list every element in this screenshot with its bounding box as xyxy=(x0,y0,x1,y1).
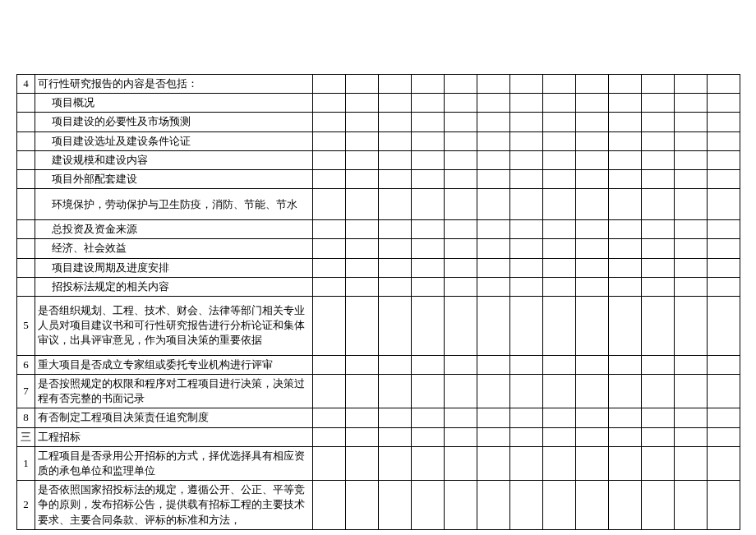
blank-cell xyxy=(379,239,412,258)
row-number: 三 xyxy=(17,427,35,446)
blank-cell xyxy=(445,239,477,258)
blank-cell xyxy=(346,375,379,408)
blank-cell xyxy=(313,258,346,277)
row-number xyxy=(17,189,35,220)
blank-cell xyxy=(445,277,477,296)
row-number xyxy=(17,113,35,131)
blank-cell xyxy=(313,296,346,355)
table-row: 8有否制定工程项目决策责任追究制度 xyxy=(17,408,740,427)
blank-cell xyxy=(675,481,708,530)
blank-cell xyxy=(609,277,642,296)
row-text: 是否按照规定的权限和程序对工程项目进行决策，决策过程有否完整的书面记录 xyxy=(35,375,313,408)
table-row: 项目概况 xyxy=(17,94,740,113)
blank-cell xyxy=(379,94,412,113)
blank-cell xyxy=(675,75,708,94)
blank-cell xyxy=(379,150,412,169)
blank-cell xyxy=(445,94,477,113)
blank-cell xyxy=(313,94,346,113)
blank-cell xyxy=(379,113,412,131)
blank-cell xyxy=(675,355,708,374)
table-row: 7是否按照规定的权限和程序对工程项目进行决策，决策过程有否完整的书面记录 xyxy=(17,375,740,408)
blank-cell xyxy=(543,446,576,480)
blank-cell xyxy=(346,355,379,374)
blank-cell xyxy=(675,169,708,188)
blank-cell xyxy=(642,375,675,408)
blank-cell xyxy=(642,220,675,239)
blank-cell xyxy=(543,375,576,408)
blank-cell xyxy=(379,258,412,277)
blank-cell xyxy=(412,258,445,277)
blank-cell xyxy=(510,277,543,296)
table-row: 1工程项目是否录用公开招标的方式，择优选择具有相应资质的承包单位和监理单位 xyxy=(17,446,740,480)
blank-cell xyxy=(477,355,510,374)
blank-cell xyxy=(477,481,510,530)
blank-cell xyxy=(445,375,477,408)
blank-cell xyxy=(642,408,675,427)
blank-cell xyxy=(543,239,576,258)
blank-cell xyxy=(412,427,445,446)
blank-cell xyxy=(445,481,477,530)
blank-cell xyxy=(708,220,740,239)
row-text: 总投资及资金来源 xyxy=(35,220,313,239)
row-number: 5 xyxy=(17,296,35,355)
blank-cell xyxy=(675,94,708,113)
row-text: 招投标法规定的相关内容 xyxy=(35,277,313,296)
blank-cell xyxy=(609,220,642,239)
blank-cell xyxy=(576,296,609,355)
blank-cell xyxy=(346,220,379,239)
blank-cell xyxy=(379,481,412,530)
row-text: 是否组织规划、工程、技术、财会、法律等部门相关专业人员对项目建议书和可行性研究报… xyxy=(35,296,313,355)
blank-cell xyxy=(609,296,642,355)
row-number: 6 xyxy=(17,355,35,374)
blank-cell xyxy=(609,169,642,188)
blank-cell xyxy=(543,481,576,530)
blank-cell xyxy=(708,258,740,277)
blank-cell xyxy=(642,113,675,131)
blank-cell xyxy=(642,277,675,296)
blank-cell xyxy=(445,296,477,355)
row-text: 项目外部配套建设 xyxy=(35,169,313,188)
blank-cell xyxy=(510,169,543,188)
blank-cell xyxy=(445,446,477,480)
row-text: 是否依照国家招投标法的规定，遵循公开、公正、平等竞争的原则，发布招标公告，提供载… xyxy=(35,481,313,530)
blank-cell xyxy=(642,94,675,113)
blank-cell xyxy=(642,258,675,277)
blank-cell xyxy=(510,189,543,220)
blank-cell xyxy=(379,75,412,94)
blank-cell xyxy=(445,220,477,239)
blank-cell xyxy=(708,75,740,94)
blank-cell xyxy=(675,375,708,408)
blank-cell xyxy=(346,277,379,296)
blank-cell xyxy=(346,239,379,258)
blank-cell xyxy=(543,355,576,374)
blank-cell xyxy=(412,239,445,258)
blank-cell xyxy=(346,427,379,446)
blank-cell xyxy=(412,296,445,355)
blank-cell xyxy=(609,427,642,446)
blank-cell xyxy=(576,427,609,446)
blank-cell xyxy=(543,131,576,150)
blank-cell xyxy=(313,220,346,239)
blank-cell xyxy=(675,189,708,220)
blank-cell xyxy=(313,446,346,480)
blank-cell xyxy=(477,75,510,94)
blank-cell xyxy=(576,239,609,258)
blank-cell xyxy=(313,355,346,374)
blank-cell xyxy=(477,277,510,296)
blank-cell xyxy=(412,113,445,131)
blank-cell xyxy=(510,94,543,113)
blank-cell xyxy=(708,113,740,131)
row-number xyxy=(17,131,35,150)
blank-cell xyxy=(313,131,346,150)
table-row: 环境保护，劳动保护与卫生防疫，消防、节能、节水 xyxy=(17,189,740,220)
row-number xyxy=(17,258,35,277)
blank-cell xyxy=(675,258,708,277)
blank-cell xyxy=(708,189,740,220)
blank-cell xyxy=(346,446,379,480)
blank-cell xyxy=(510,427,543,446)
blank-cell xyxy=(609,113,642,131)
blank-cell xyxy=(379,220,412,239)
blank-cell xyxy=(346,94,379,113)
blank-cell xyxy=(576,277,609,296)
blank-cell xyxy=(642,446,675,480)
